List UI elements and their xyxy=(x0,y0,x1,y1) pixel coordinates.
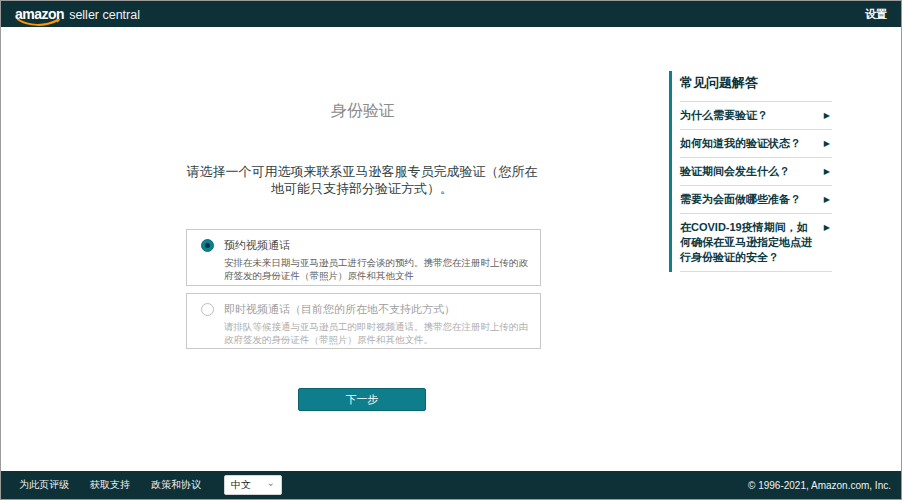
arrow-right-icon: ▶ xyxy=(824,192,830,204)
footer-link-policies[interactable]: 政策和协议 xyxy=(151,478,201,492)
amazon-seller-central-logo[interactable]: amazon seller central xyxy=(15,5,140,23)
faq-question: 如何知道我的验证状态？ xyxy=(680,136,812,151)
page-title: 身份验证 xyxy=(181,101,545,122)
browser-window: amazon seller central 设置 身份验证 请选择一个可用选项来… xyxy=(0,0,902,500)
option-title: 预约视频通话 xyxy=(224,238,530,253)
option-body: 预约视频通话 安排在未来日期与亚马逊员工进行会谈的预约。携带您在注册时上传的政府… xyxy=(224,238,530,278)
faq-panel: 常见问题解答 为什么需要验证？ ▶ 如何知道我的验证状态？ ▶ 验证期间会发生什… xyxy=(669,71,832,272)
option-scheduled-video-call[interactable]: 预约视频通话 安排在未来日期与亚马逊员工进行会谈的预约。携带您在注册时上传的政府… xyxy=(186,229,541,286)
faq-question: 在COVID-19疫情期间，如何确保在亚马逊指定地点进行身份验证的安全？ xyxy=(680,220,812,265)
arrow-right-icon: ▶ xyxy=(824,136,830,148)
faq-item-why-verify[interactable]: 为什么需要验证？ ▶ xyxy=(680,101,832,129)
option-description: 安排在未来日期与亚马逊员工进行会谈的预约。携带您在注册时上传的政府签发的身份证件… xyxy=(224,256,530,282)
copyright-text: © 1996-2021, Amazon.com, Inc. xyxy=(748,480,891,491)
chevron-down-icon: ⌄ xyxy=(267,480,275,486)
footer-link-rate-page[interactable]: 为此页评级 xyxy=(19,478,69,492)
faq-question: 需要为会面做哪些准备？ xyxy=(680,192,812,207)
footer-link-get-support[interactable]: 获取支持 xyxy=(90,478,130,492)
faq-item-what-happens[interactable]: 验证期间会发生什么？ ▶ xyxy=(680,157,832,185)
language-value: 中文 xyxy=(231,478,251,492)
faq-item-meeting-prep[interactable]: 需要为会面做哪些准备？ ▶ xyxy=(680,185,832,213)
next-button[interactable]: 下一步 xyxy=(298,388,426,411)
faq-item-verification-status[interactable]: 如何知道我的验证状态？ ▶ xyxy=(680,129,832,157)
top-header: amazon seller central 设置 xyxy=(1,1,901,27)
arrow-right-icon: ▶ xyxy=(824,108,830,120)
faq-question: 验证期间会发生什么？ xyxy=(680,164,812,179)
option-instant-video-call[interactable]: 即时视频通话（目前您的所在地不支持此方式） 请排队等候接通与亚马逊员工的即时视频… xyxy=(186,293,541,349)
faq-item-covid-safety[interactable]: 在COVID-19疫情期间，如何确保在亚马逊指定地点进行身份验证的安全？ ▶ xyxy=(680,213,832,272)
option-description: 请排队等候接通与亚马逊员工的即时视频通话。携带您在注册时上传的由政府签发的身份证… xyxy=(224,320,530,346)
faq-question: 为什么需要验证？ xyxy=(680,108,812,123)
footer: 为此页评级 获取支持 政策和协议 中文 ⌄ © 1996-2021, Amazo… xyxy=(1,471,901,499)
arrow-right-icon: ▶ xyxy=(824,220,830,232)
instruction-text: 请选择一个可用选项来联系亚马逊客服专员完成验证（您所在地可能只支持部分验证方式）… xyxy=(183,163,541,197)
radio-selected-icon[interactable] xyxy=(201,239,214,252)
arrow-right-icon: ▶ xyxy=(824,164,830,176)
option-title: 即时视频通话（目前您的所在地不支持此方式） xyxy=(224,302,530,317)
faq-title: 常见问题解答 xyxy=(680,71,832,101)
radio-unselected-icon[interactable] xyxy=(201,303,214,316)
language-selector[interactable]: 中文 ⌄ xyxy=(224,475,282,495)
settings-link[interactable]: 设置 xyxy=(865,7,887,22)
seller-central-text: seller central xyxy=(69,8,140,22)
amazon-smile-icon xyxy=(17,18,61,27)
amazon-logo: amazon xyxy=(15,5,64,23)
option-body: 即时视频通话（目前您的所在地不支持此方式） 请排队等候接通与亚马逊员工的即时视频… xyxy=(224,302,530,341)
